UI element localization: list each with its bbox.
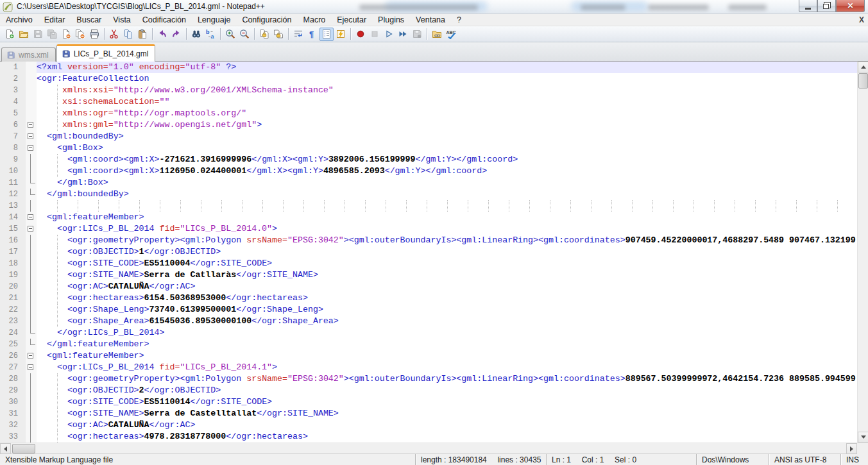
code-text[interactable]: <ogr:Shape_Leng>73740.61399500001</ogr:S… bbox=[37, 304, 857, 316]
minimize-button[interactable] bbox=[799, 0, 817, 12]
line-number[interactable]: 3 bbox=[0, 85, 26, 96]
line-number[interactable]: 4 bbox=[0, 96, 26, 108]
scroll-left-button[interactable] bbox=[0, 443, 11, 454]
code-text[interactable]: <ogr:OBJECTID>2</ogr:OBJECTID> bbox=[37, 385, 857, 396]
line-number[interactable]: 15 bbox=[0, 223, 26, 235]
code-area[interactable]: 1<?xml version="1.0" encoding="utf-8" ?>… bbox=[0, 62, 857, 443]
find-icon[interactable] bbox=[189, 28, 203, 41]
horizontal-scrollbar[interactable] bbox=[0, 443, 868, 453]
line-number[interactable]: 6 bbox=[0, 119, 26, 131]
zoom-in-icon[interactable] bbox=[223, 28, 237, 41]
line-number[interactable]: 26 bbox=[0, 350, 26, 362]
line-number[interactable]: 31 bbox=[0, 408, 26, 419]
line-number[interactable]: 2 bbox=[0, 73, 26, 85]
code-text[interactable]: <gml:featureMember> bbox=[37, 212, 857, 223]
code-text[interactable]: <ogr:SITE_CODE>ES5110014</ogr:SITE_CODE> bbox=[37, 396, 857, 408]
code-text[interactable] bbox=[37, 200, 857, 212]
line-number[interactable]: 27 bbox=[0, 362, 26, 373]
copy-icon[interactable] bbox=[121, 28, 135, 41]
line-number[interactable]: 10 bbox=[0, 165, 26, 177]
line-number[interactable]: 11 bbox=[0, 177, 26, 189]
code-text[interactable]: </gml:Box> bbox=[37, 177, 857, 189]
open-file-icon[interactable] bbox=[17, 28, 31, 41]
code-text[interactable]: <ogr:hectareas>6154.50368953000</ogr:hec… bbox=[37, 292, 857, 304]
code-text[interactable]: </ogr:LICs_P_BL_2014> bbox=[37, 327, 857, 339]
replace-icon[interactable]: ba bbox=[203, 28, 217, 41]
sync-scroll-vertical-icon[interactable] bbox=[257, 28, 271, 41]
code-text[interactable]: <ogr:geometryProperty><gml:Polygon srsNa… bbox=[37, 373, 857, 385]
word-wrap-icon[interactable] bbox=[291, 28, 305, 41]
run-macro-multiple-icon[interactable] bbox=[396, 28, 410, 41]
menu-help[interactable]: ? bbox=[451, 14, 467, 26]
redo-icon[interactable] bbox=[169, 28, 183, 41]
code-text[interactable]: <ogr:LICs_P_BL_2014 fid="LICs_P_BL_2014.… bbox=[37, 362, 857, 373]
fold-margin[interactable] bbox=[26, 131, 37, 142]
code-text[interactable]: <gml:Box> bbox=[37, 142, 857, 154]
line-number[interactable]: 19 bbox=[0, 269, 26, 281]
title-bar[interactable]: C:\Users\BEA\Desktop\TYCGIS\Blog\LICs_P_… bbox=[0, 0, 868, 14]
code-text[interactable]: <ogr:OBJECTID>1</ogr:OBJECTID> bbox=[37, 246, 857, 258]
close-all-icon[interactable] bbox=[73, 28, 87, 41]
line-number[interactable]: 30 bbox=[0, 396, 26, 408]
line-number[interactable]: 23 bbox=[0, 316, 26, 327]
close-document-icon[interactable]: X bbox=[859, 14, 864, 26]
code-text[interactable]: <ogr:Shape_Area>61545036.89530000100</og… bbox=[37, 316, 857, 327]
fold-margin[interactable] bbox=[26, 362, 37, 373]
line-number[interactable]: 25 bbox=[0, 339, 26, 350]
code-text[interactable]: <gml:coord><gml:X>1126950.024400001</gml… bbox=[37, 165, 857, 177]
line-number[interactable]: 8 bbox=[0, 142, 26, 154]
code-text[interactable]: xmlns:xsi="http://www.w3.org/2001/XMLSch… bbox=[37, 85, 857, 96]
line-number[interactable]: 16 bbox=[0, 235, 26, 246]
menu-ejecutar[interactable]: Ejecutar bbox=[331, 14, 372, 26]
fold-margin[interactable] bbox=[26, 119, 37, 131]
document-map-icon[interactable] bbox=[430, 28, 444, 41]
scroll-up-button[interactable] bbox=[858, 62, 868, 72]
code-text[interactable]: xmlns:ogr="http://ogr.maptools.org/" bbox=[37, 108, 857, 119]
record-macro-icon[interactable] bbox=[353, 28, 368, 41]
code-text[interactable]: <ogr:geometryProperty><gml:Polygon srsNa… bbox=[37, 235, 857, 246]
print-icon[interactable] bbox=[87, 28, 101, 41]
code-text[interactable]: </gml:boundedBy> bbox=[37, 189, 857, 200]
line-number[interactable]: 5 bbox=[0, 108, 26, 119]
line-number[interactable]: 33 bbox=[0, 431, 26, 443]
code-text[interactable]: <ogr:LICs_P_BL_2014 fid="LICs_P_BL_2014.… bbox=[37, 223, 857, 235]
code-text[interactable]: xsi:schemaLocation="" bbox=[37, 96, 857, 108]
menu-macro[interactable]: Macro bbox=[298, 14, 332, 26]
code-text[interactable]: <ogr:SITE_CODE>ES5110004</ogr:SITE_CODE> bbox=[37, 258, 857, 269]
line-number[interactable]: 7 bbox=[0, 131, 26, 142]
line-number[interactable]: 9 bbox=[0, 154, 26, 165]
fold-margin[interactable] bbox=[26, 223, 37, 235]
line-number[interactable]: 14 bbox=[0, 212, 26, 223]
tab-wms-xml[interactable]: wms.xml bbox=[1, 47, 56, 62]
paste-icon[interactable] bbox=[135, 28, 149, 41]
line-number[interactable]: 22 bbox=[0, 304, 26, 316]
play-macro-icon[interactable] bbox=[382, 28, 396, 41]
vertical-scrollbar[interactable] bbox=[857, 62, 868, 443]
scroll-down-button[interactable] bbox=[858, 432, 868, 443]
undo-icon[interactable] bbox=[155, 28, 169, 41]
line-number[interactable]: 29 bbox=[0, 385, 26, 396]
fold-margin[interactable] bbox=[26, 350, 37, 362]
code-text[interactable]: <ogr:AC>CATALUÑA</ogr:AC> bbox=[37, 281, 857, 292]
line-number[interactable]: 24 bbox=[0, 327, 26, 339]
function-list-icon[interactable] bbox=[334, 28, 348, 41]
line-number[interactable]: 21 bbox=[0, 292, 26, 304]
menu-configuracin[interactable]: Configuración bbox=[236, 14, 297, 26]
code-text[interactable]: <ogr:AC>CATALUÑA</ogr:AC> bbox=[37, 419, 857, 431]
spell-check-icon[interactable]: ABC bbox=[444, 28, 458, 41]
code-text[interactable]: <?xml version="1.0" encoding="utf-8" ?> bbox=[37, 62, 857, 73]
scroll-right-button[interactable] bbox=[846, 443, 857, 454]
sync-scroll-horizontal-icon[interactable] bbox=[271, 28, 285, 41]
code-text[interactable]: <gml:boundedBy> bbox=[37, 131, 857, 142]
line-number[interactable]: 28 bbox=[0, 373, 26, 385]
menu-vista[interactable]: Vista bbox=[107, 14, 137, 26]
menu-archivo[interactable]: Archivo bbox=[0, 14, 38, 26]
cut-icon[interactable] bbox=[107, 28, 121, 41]
zoom-out-icon[interactable] bbox=[237, 28, 251, 41]
menu-plugins[interactable]: Plugins bbox=[372, 14, 410, 26]
line-number[interactable]: 12 bbox=[0, 189, 26, 200]
code-text[interactable]: xmlns:gml="http://www.opengis.net/gml"> bbox=[37, 119, 857, 131]
code-text[interactable]: <ogr:FeatureCollection bbox=[37, 73, 857, 85]
code-text[interactable]: <ogr:SITE_NAME>Serra de Catllaràs</ogr:S… bbox=[37, 269, 857, 281]
line-number[interactable]: 1 bbox=[0, 62, 26, 73]
